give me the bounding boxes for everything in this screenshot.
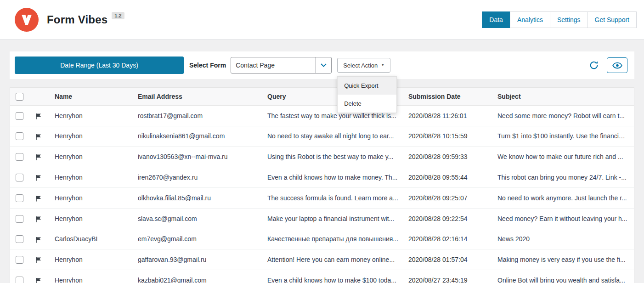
row-checkbox[interactable] bbox=[16, 153, 23, 161]
table-row: Henryhon ivanov130563@xn--mai-mva.ru Usi… bbox=[10, 147, 634, 167]
cell-query: Even a child knows how to make money. Th… bbox=[267, 167, 408, 188]
row-checkbox[interactable] bbox=[16, 132, 23, 140]
date-range-button[interactable]: Date Range (Last 30 Days) bbox=[15, 57, 184, 74]
nav-tabs: Data Analytics Settings Get Support bbox=[482, 11, 637, 28]
row-checkbox[interactable] bbox=[16, 235, 23, 243]
table-row: Henryhon slava.sc@gmail.com Make your la… bbox=[10, 208, 634, 229]
form-select[interactable]: Contact Page bbox=[231, 57, 332, 74]
cell-name: Henryhon bbox=[55, 187, 138, 208]
table-row: Henryhon rostbrat17@gmail.com The fastes… bbox=[10, 105, 634, 126]
cell-query: Make your laptop a financial instrument … bbox=[267, 208, 408, 229]
cell-email: kazbabi021@gmail.com bbox=[138, 270, 267, 283]
action-dropdown: Select Action ▼ Quick Export Delete bbox=[337, 58, 390, 73]
select-action-button[interactable]: Select Action ▼ bbox=[337, 58, 390, 73]
cell-email: nikulinaksenia861@gmail.com bbox=[138, 126, 267, 147]
form-vibes-logo-icon bbox=[15, 8, 39, 32]
cell-email: slava.sc@gmail.com bbox=[138, 208, 267, 229]
cell-name: Henryhon bbox=[55, 208, 138, 229]
menu-item-quick-export[interactable]: Quick Export bbox=[338, 77, 396, 95]
flag-icon[interactable] bbox=[35, 113, 42, 119]
flag-icon[interactable] bbox=[35, 195, 42, 202]
flag-icon[interactable] bbox=[35, 257, 42, 263]
eye-icon bbox=[612, 62, 622, 69]
table-row: Henryhon olkhovka.filial.85@mail.ru The … bbox=[10, 187, 634, 208]
column-submission-date: Submission Date bbox=[408, 88, 497, 105]
cell-subject: This robot can bring you money 24/7. Lin… bbox=[497, 167, 634, 188]
tab-get-support[interactable]: Get Support bbox=[588, 11, 637, 28]
table-row: Henryhon iren2670@yandex.ru Even a child… bbox=[10, 167, 634, 188]
preview-columns-button[interactable] bbox=[607, 57, 627, 73]
cell-subject: News 2020 bbox=[497, 229, 634, 249]
cell-subject: No need to work anymore. Just launch the… bbox=[497, 187, 634, 208]
action-menu: Quick Export Delete bbox=[337, 76, 397, 113]
page-title: Form Vibes bbox=[47, 13, 107, 26]
cell-submission-date: 2020/08/28 10:15:59 bbox=[408, 126, 497, 147]
cell-email: olkhovka.filial.85@mail.ru bbox=[138, 187, 267, 208]
cell-subject: Online Bot will bring you wealth and sat… bbox=[497, 270, 634, 283]
flag-icon[interactable] bbox=[35, 134, 42, 140]
cell-query: No need to stay awake all night long to … bbox=[267, 126, 408, 147]
column-email: Email Address bbox=[138, 88, 267, 105]
row-checkbox[interactable] bbox=[16, 174, 23, 181]
refresh-icon[interactable] bbox=[589, 60, 599, 70]
flag-icon[interactable] bbox=[35, 216, 42, 222]
cell-query: The success formula is found. Learn more… bbox=[267, 187, 408, 208]
cell-query: Качественные препараты для повышения... bbox=[267, 229, 408, 249]
cell-email: em7evg@gmail.com bbox=[138, 229, 267, 249]
cell-submission-date: 2020/08/28 09:22:54 bbox=[408, 208, 497, 229]
cell-query: Using this Robot is the best way to make… bbox=[267, 147, 408, 167]
cell-submission-date: 2020/08/28 02:16:14 bbox=[408, 229, 497, 249]
toolbar: Date Range (Last 30 Days) Select Form Co… bbox=[10, 51, 634, 79]
cell-email: gaffarovan.93@gmail.ru bbox=[138, 249, 267, 270]
cell-name: Henryhon bbox=[55, 270, 138, 283]
tab-settings[interactable]: Settings bbox=[550, 11, 588, 28]
tab-analytics[interactable]: Analytics bbox=[510, 11, 550, 28]
version-badge: 1.2 bbox=[112, 12, 124, 19]
cell-subject: Turn $1 into $100 instantly. Use the fin… bbox=[497, 126, 634, 147]
app-header: Form Vibes 1.2 Data Analytics Settings G… bbox=[0, 0, 644, 40]
cell-query: Even a child knows how to make $100 toda… bbox=[267, 270, 408, 283]
select-action-label: Select Action bbox=[343, 62, 378, 69]
row-checkbox[interactable] bbox=[16, 194, 23, 202]
cell-subject: We know how to make our future rich and … bbox=[497, 147, 634, 167]
cell-submission-date: 2020/08/28 01:57:04 bbox=[408, 249, 497, 270]
cell-email: rostbrat17@gmail.com bbox=[138, 105, 267, 126]
toolbar-right bbox=[589, 57, 629, 73]
select-form-label: Select Form bbox=[189, 62, 226, 69]
flag-column-header bbox=[35, 88, 55, 105]
cell-subject: Need some more money? Robot will earn t.… bbox=[497, 105, 634, 126]
row-checkbox[interactable] bbox=[16, 277, 23, 283]
chevron-down-icon bbox=[316, 57, 331, 73]
cell-submission-date: 2020/08/27 23:45:19 bbox=[408, 270, 497, 283]
menu-item-delete[interactable]: Delete bbox=[338, 95, 396, 113]
cell-name: Henryhon bbox=[55, 126, 138, 147]
cell-name: Henryhon bbox=[55, 147, 138, 167]
cell-name: Henryhon bbox=[55, 105, 138, 126]
table-header-row: Name Email Address Query Submission Date… bbox=[10, 88, 634, 105]
flag-icon[interactable] bbox=[35, 237, 42, 243]
cell-submission-date: 2020/08/28 11:26:01 bbox=[408, 105, 497, 126]
flag-icon[interactable] bbox=[35, 277, 42, 283]
column-name: Name bbox=[55, 88, 138, 105]
cell-query: Attention! Here you can earn money onlin… bbox=[267, 249, 408, 270]
select-all-checkbox[interactable] bbox=[16, 93, 23, 101]
cell-subject: Need money? Earn it without leaving your… bbox=[497, 208, 634, 229]
table-body: Henryhon rostbrat17@gmail.com The fastes… bbox=[10, 105, 634, 283]
cell-submission-date: 2020/08/28 09:59:33 bbox=[408, 147, 497, 167]
column-subject: Subject bbox=[497, 88, 634, 105]
flag-icon[interactable] bbox=[35, 154, 42, 160]
cell-submission-date: 2020/08/28 09:55:44 bbox=[408, 167, 497, 188]
cell-name: Henryhon bbox=[55, 167, 138, 188]
cell-name: CarlosDuacyBI bbox=[55, 229, 138, 249]
cell-submission-date: 2020/08/28 09:25:07 bbox=[408, 187, 497, 208]
table-row: CarlosDuacyBI em7evg@gmail.com Качествен… bbox=[10, 229, 634, 249]
row-checkbox[interactable] bbox=[16, 256, 23, 264]
row-checkbox[interactable] bbox=[16, 112, 23, 120]
caret-down-icon: ▼ bbox=[381, 63, 384, 67]
cell-subject: Making money is very easy if you use the… bbox=[497, 249, 634, 270]
tab-data[interactable]: Data bbox=[482, 11, 510, 28]
row-checkbox[interactable] bbox=[16, 215, 23, 223]
submissions-table: Name Email Address Query Submission Date… bbox=[10, 87, 634, 283]
cell-name: Henryhon bbox=[55, 249, 138, 270]
flag-icon[interactable] bbox=[35, 175, 42, 181]
